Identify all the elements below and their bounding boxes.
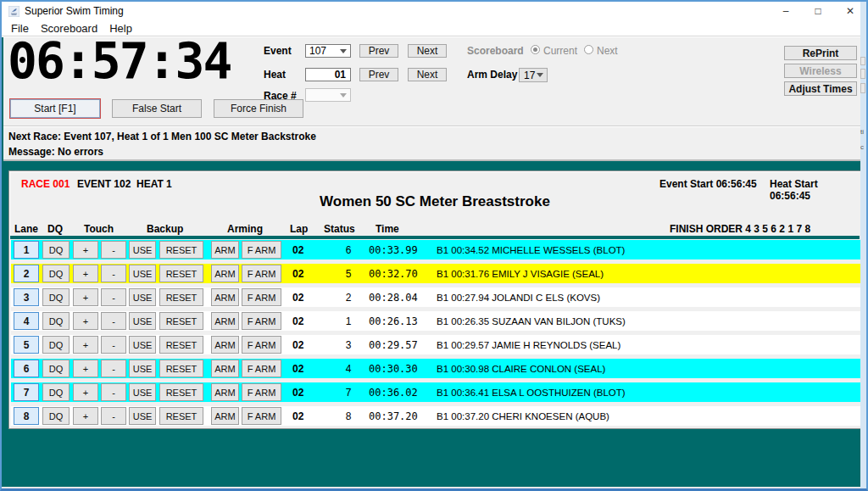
dq-button[interactable]: DQ — [42, 265, 70, 282]
force-arm-button[interactable]: F ARM — [242, 288, 281, 306]
backup-reset-button[interactable]: RESET — [159, 265, 203, 282]
backup-use-button[interactable]: USE — [129, 407, 156, 425]
touch-minus-button[interactable]: - — [101, 288, 126, 306]
touch-plus-button[interactable]: + — [73, 360, 98, 377]
backup-reset-button[interactable]: RESET — [159, 312, 203, 330]
backup-use-button[interactable]: USE — [129, 265, 156, 282]
backup-use-button[interactable]: USE — [129, 336, 156, 354]
touch-minus-button[interactable]: - — [101, 407, 126, 425]
backup-reset-button[interactable]: RESET — [159, 407, 203, 425]
backup-use-button[interactable]: USE — [129, 312, 156, 330]
backup-reset-button[interactable]: RESET — [159, 383, 203, 401]
right-edge-strip: ti c — [860, 2, 866, 488]
swimmer-info: B1 00:26.35 SUZAAN VAN BILJON (TUKS) — [437, 311, 857, 331]
lane-button[interactable]: 6 — [14, 360, 39, 377]
dq-button[interactable]: DQ — [42, 312, 70, 330]
start-button[interactable]: Start [F1] — [10, 99, 100, 118]
touch-minus-button[interactable]: - — [101, 383, 126, 401]
backup-reset-button[interactable]: RESET — [159, 360, 203, 377]
race-number-select[interactable] — [305, 88, 351, 102]
heat-next-button[interactable]: Next — [408, 68, 447, 81]
lap-count: 02 — [292, 264, 313, 283]
backup-reset-button[interactable]: RESET — [159, 336, 203, 354]
dq-button[interactable]: DQ — [42, 360, 70, 377]
heat-label: Heat — [264, 69, 286, 81]
dq-button[interactable]: DQ — [42, 383, 70, 401]
arm-button[interactable]: ARM — [211, 288, 239, 306]
status-value: 8 — [337, 406, 360, 426]
arm-button[interactable]: ARM — [211, 241, 239, 259]
touch-plus-button[interactable]: + — [73, 265, 98, 282]
arm-button[interactable]: ARM — [211, 360, 239, 377]
heat-prev-button[interactable]: Prev — [359, 68, 398, 81]
touch-minus-button[interactable]: - — [101, 336, 126, 354]
adjust-times-button[interactable]: Adjust Times — [784, 81, 857, 96]
chevron-down-icon — [340, 49, 347, 53]
backup-reset-button[interactable]: RESET — [159, 241, 203, 259]
touch-plus-button[interactable]: + — [73, 288, 98, 306]
backup-use-button[interactable]: USE — [129, 360, 156, 377]
touch-plus-button[interactable]: + — [73, 312, 98, 330]
lane-button[interactable]: 2 — [14, 265, 39, 282]
lane-button[interactable]: 8 — [14, 407, 39, 425]
event-select[interactable]: 107 — [305, 44, 351, 58]
false-start-button[interactable]: False Start — [112, 99, 202, 118]
force-arm-button[interactable]: F ARM — [242, 241, 281, 259]
force-arm-button[interactable]: F ARM — [242, 265, 281, 282]
force-finish-button[interactable]: Force Finish — [214, 99, 303, 118]
col-lane: Lane — [14, 223, 38, 235]
wireless-button[interactable]: Wireless — [784, 64, 857, 78]
backup-reset-button[interactable]: RESET — [159, 288, 203, 306]
bottom-edge — [2, 487, 866, 488]
scoreboard-next-radio[interactable] — [584, 45, 593, 54]
arm-button[interactable]: ARM — [211, 407, 239, 425]
dq-button[interactable]: DQ — [42, 336, 70, 354]
race-title: Women 50 SC Meter Breaststroke — [9, 193, 860, 210]
touch-minus-button[interactable]: - — [101, 241, 126, 259]
touch-minus-button[interactable]: - — [101, 265, 126, 282]
race-number-label: Race # — [264, 90, 297, 102]
touch-minus-button[interactable]: - — [101, 360, 126, 377]
backup-use-button[interactable]: USE — [129, 288, 156, 306]
arm-button[interactable]: ARM — [211, 336, 239, 354]
message-panel: Next Race: Event 107, Heat 1 of 1 Men 10… — [3, 126, 861, 161]
arm-button[interactable]: ARM — [211, 265, 239, 282]
arm-delay-select[interactable]: 17 — [519, 68, 548, 82]
backup-use-button[interactable]: USE — [129, 241, 156, 259]
dq-button[interactable]: DQ — [42, 241, 70, 259]
event-next-button[interactable]: Next — [408, 44, 447, 58]
lane-button[interactable]: 4 — [14, 312, 39, 330]
dq-button[interactable]: DQ — [42, 407, 70, 425]
force-arm-button[interactable]: F ARM — [242, 407, 281, 425]
scoreboard-current-radio[interactable] — [531, 45, 540, 54]
col-arming: Arming — [227, 223, 263, 235]
dq-button[interactable]: DQ — [42, 288, 70, 306]
touch-minus-button[interactable]: - — [101, 312, 126, 330]
scoreboard-current-label: Current — [543, 45, 577, 57]
header-divider — [10, 236, 860, 239]
lane-button[interactable]: 1 — [14, 241, 39, 259]
title-bar: Superior Swim Timing – □ ✕ — [2, 2, 866, 20]
lap-count: 02 — [292, 406, 313, 426]
touch-plus-button[interactable]: + — [73, 241, 98, 259]
reprint-button[interactable]: RePrint — [784, 46, 857, 60]
maximize-button[interactable]: □ — [802, 2, 834, 20]
touch-plus-button[interactable]: + — [73, 336, 98, 354]
touch-plus-button[interactable]: + — [73, 407, 98, 425]
lane-button[interactable]: 5 — [14, 336, 39, 354]
lane-button[interactable]: 7 — [14, 383, 39, 401]
time-value: 00:29.57 — [369, 335, 437, 354]
arm-button[interactable]: ARM — [211, 312, 239, 330]
force-arm-button[interactable]: F ARM — [242, 383, 281, 401]
backup-use-button[interactable]: USE — [129, 383, 156, 401]
heat-input[interactable]: 01 — [305, 68, 351, 81]
arm-button[interactable]: ARM — [211, 383, 239, 401]
force-arm-button[interactable]: F ARM — [242, 360, 281, 377]
minimize-button[interactable]: – — [770, 2, 802, 20]
force-arm-button[interactable]: F ARM — [242, 336, 281, 354]
time-value: 00:37.20 — [369, 406, 437, 426]
force-arm-button[interactable]: F ARM — [242, 312, 281, 330]
touch-plus-button[interactable]: + — [73, 383, 98, 401]
lane-button[interactable]: 3 — [14, 288, 39, 306]
event-prev-button[interactable]: Prev — [359, 44, 398, 58]
